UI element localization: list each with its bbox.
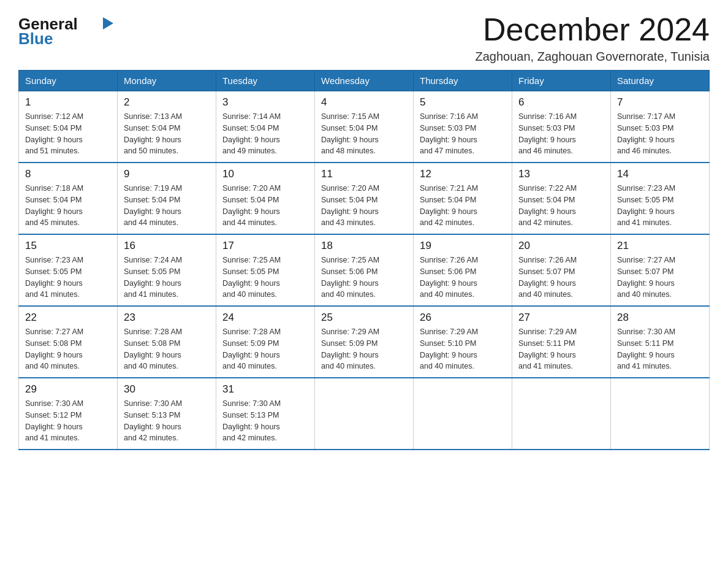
- day-info: Sunrise: 7:28 AM Sunset: 5:09 PM Dayligh…: [222, 326, 308, 372]
- calendar-cell: 8 Sunrise: 7:18 AM Sunset: 5:04 PM Dayli…: [19, 163, 118, 234]
- calendar-cell: 5 Sunrise: 7:16 AM Sunset: 5:03 PM Dayli…: [414, 91, 512, 163]
- day-number: 30: [124, 383, 210, 396]
- calendar-cell: 6 Sunrise: 7:16 AM Sunset: 5:03 PM Dayli…: [512, 91, 611, 163]
- weekday-sunday: Sunday: [19, 71, 118, 91]
- day-info: Sunrise: 7:13 AM Sunset: 5:04 PM Dayligh…: [124, 111, 210, 157]
- calendar-cell: 20 Sunrise: 7:26 AM Sunset: 5:07 PM Dayl…: [512, 234, 611, 306]
- calendar-cell: 14 Sunrise: 7:23 AM Sunset: 5:05 PM Dayl…: [611, 163, 710, 234]
- calendar-cell: 29 Sunrise: 7:30 AM Sunset: 5:12 PM Dayl…: [19, 378, 118, 450]
- calendar-cell: [611, 378, 710, 450]
- day-info: Sunrise: 7:30 AM Sunset: 5:11 PM Dayligh…: [617, 326, 703, 372]
- month-title: December 2024: [476, 12, 710, 47]
- day-info: Sunrise: 7:26 AM Sunset: 5:07 PM Dayligh…: [518, 255, 604, 301]
- day-info: Sunrise: 7:14 AM Sunset: 5:04 PM Dayligh…: [222, 111, 308, 157]
- day-info: Sunrise: 7:26 AM Sunset: 5:06 PM Dayligh…: [420, 255, 506, 301]
- day-info: Sunrise: 7:16 AM Sunset: 5:03 PM Dayligh…: [420, 111, 506, 157]
- day-info: Sunrise: 7:20 AM Sunset: 5:04 PM Dayligh…: [222, 183, 308, 229]
- calendar-cell: 18 Sunrise: 7:25 AM Sunset: 5:06 PM Dayl…: [315, 234, 414, 306]
- day-number: 27: [518, 312, 604, 324]
- week-row-3: 15 Sunrise: 7:23 AM Sunset: 5:05 PM Dayl…: [19, 234, 710, 306]
- calendar-cell: 10 Sunrise: 7:20 AM Sunset: 5:04 PM Dayl…: [216, 163, 315, 234]
- calendar-cell: 19 Sunrise: 7:26 AM Sunset: 5:06 PM Dayl…: [414, 234, 512, 306]
- calendar-cell: 12 Sunrise: 7:21 AM Sunset: 5:04 PM Dayl…: [414, 163, 512, 234]
- day-info: Sunrise: 7:30 AM Sunset: 5:13 PM Dayligh…: [222, 398, 308, 444]
- svg-marker-1: [103, 17, 113, 29]
- day-info: Sunrise: 7:15 AM Sunset: 5:04 PM Dayligh…: [321, 111, 407, 157]
- calendar-cell: 25 Sunrise: 7:29 AM Sunset: 5:09 PM Dayl…: [315, 306, 414, 378]
- calendar-cell: 2 Sunrise: 7:13 AM Sunset: 5:04 PM Dayli…: [118, 91, 216, 163]
- day-number: 19: [420, 240, 506, 252]
- calendar-cell: 22 Sunrise: 7:27 AM Sunset: 5:08 PM Dayl…: [19, 306, 118, 378]
- weekday-wednesday: Wednesday: [315, 71, 414, 91]
- day-number: 4: [321, 96, 407, 109]
- calendar-cell: 11 Sunrise: 7:20 AM Sunset: 5:04 PM Dayl…: [315, 163, 414, 234]
- day-info: Sunrise: 7:27 AM Sunset: 5:07 PM Dayligh…: [617, 255, 703, 301]
- weekday-thursday: Thursday: [414, 71, 512, 91]
- svg-text:Blue: Blue: [18, 29, 53, 48]
- day-number: 15: [25, 240, 111, 252]
- day-number: 29: [25, 383, 111, 396]
- weekday-friday: Friday: [512, 71, 611, 91]
- day-number: 21: [617, 240, 703, 252]
- calendar-cell: [315, 378, 414, 450]
- title-section: December 2024 Zaghouan, Zaghouan Governo…: [476, 12, 710, 64]
- day-info: Sunrise: 7:25 AM Sunset: 5:05 PM Dayligh…: [222, 255, 308, 301]
- calendar-cell: 15 Sunrise: 7:23 AM Sunset: 5:05 PM Dayl…: [19, 234, 118, 306]
- calendar-cell: 4 Sunrise: 7:15 AM Sunset: 5:04 PM Dayli…: [315, 91, 414, 163]
- weekday-header-row: SundayMondayTuesdayWednesdayThursdayFrid…: [19, 71, 710, 91]
- day-number: 18: [321, 240, 407, 252]
- day-number: 14: [617, 168, 703, 180]
- day-number: 24: [222, 312, 308, 324]
- day-number: 5: [420, 96, 506, 109]
- week-row-4: 22 Sunrise: 7:27 AM Sunset: 5:08 PM Dayl…: [19, 306, 710, 378]
- calendar-cell: [414, 378, 512, 450]
- day-info: Sunrise: 7:23 AM Sunset: 5:05 PM Dayligh…: [25, 255, 111, 301]
- day-info: Sunrise: 7:30 AM Sunset: 5:13 PM Dayligh…: [124, 398, 210, 444]
- day-number: 1: [25, 96, 111, 109]
- location-subtitle: Zaghouan, Zaghouan Governorate, Tunisia: [476, 50, 710, 64]
- week-row-5: 29 Sunrise: 7:30 AM Sunset: 5:12 PM Dayl…: [19, 378, 710, 450]
- calendar-cell: 28 Sunrise: 7:30 AM Sunset: 5:11 PM Dayl…: [611, 306, 710, 378]
- day-number: 22: [25, 312, 111, 324]
- day-info: Sunrise: 7:24 AM Sunset: 5:05 PM Dayligh…: [124, 255, 210, 301]
- day-number: 16: [124, 240, 210, 252]
- calendar-cell: 16 Sunrise: 7:24 AM Sunset: 5:05 PM Dayl…: [118, 234, 216, 306]
- day-number: 3: [222, 96, 308, 109]
- calendar-cell: 7 Sunrise: 7:17 AM Sunset: 5:03 PM Dayli…: [611, 91, 710, 163]
- day-info: Sunrise: 7:29 AM Sunset: 5:09 PM Dayligh…: [321, 326, 407, 372]
- calendar-cell: 17 Sunrise: 7:25 AM Sunset: 5:05 PM Dayl…: [216, 234, 315, 306]
- day-info: Sunrise: 7:16 AM Sunset: 5:03 PM Dayligh…: [518, 111, 604, 157]
- day-info: Sunrise: 7:29 AM Sunset: 5:11 PM Dayligh…: [518, 326, 604, 372]
- calendar-cell: 27 Sunrise: 7:29 AM Sunset: 5:11 PM Dayl…: [512, 306, 611, 378]
- day-info: Sunrise: 7:20 AM Sunset: 5:04 PM Dayligh…: [321, 183, 407, 229]
- day-number: 8: [25, 168, 111, 180]
- day-info: Sunrise: 7:12 AM Sunset: 5:04 PM Dayligh…: [25, 111, 111, 157]
- day-number: 23: [124, 312, 210, 324]
- week-row-1: 1 Sunrise: 7:12 AM Sunset: 5:04 PM Dayli…: [19, 91, 710, 163]
- weekday-monday: Monday: [118, 71, 216, 91]
- logo[interactable]: General Blue: [18, 12, 116, 49]
- calendar-cell: 3 Sunrise: 7:14 AM Sunset: 5:04 PM Dayli…: [216, 91, 315, 163]
- day-number: 13: [518, 168, 604, 180]
- calendar-table: SundayMondayTuesdayWednesdayThursdayFrid…: [18, 70, 710, 450]
- day-number: 11: [321, 168, 407, 180]
- day-info: Sunrise: 7:30 AM Sunset: 5:12 PM Dayligh…: [25, 398, 111, 444]
- calendar-cell: 13 Sunrise: 7:22 AM Sunset: 5:04 PM Dayl…: [512, 163, 611, 234]
- calendar-cell: [512, 378, 611, 450]
- day-info: Sunrise: 7:29 AM Sunset: 5:10 PM Dayligh…: [420, 326, 506, 372]
- day-info: Sunrise: 7:17 AM Sunset: 5:03 PM Dayligh…: [617, 111, 703, 157]
- day-info: Sunrise: 7:27 AM Sunset: 5:08 PM Dayligh…: [25, 326, 111, 372]
- day-number: 25: [321, 312, 407, 324]
- day-number: 7: [617, 96, 703, 109]
- calendar-cell: 24 Sunrise: 7:28 AM Sunset: 5:09 PM Dayl…: [216, 306, 315, 378]
- day-info: Sunrise: 7:23 AM Sunset: 5:05 PM Dayligh…: [617, 183, 703, 229]
- calendar-cell: 30 Sunrise: 7:30 AM Sunset: 5:13 PM Dayl…: [118, 378, 216, 450]
- day-info: Sunrise: 7:28 AM Sunset: 5:08 PM Dayligh…: [124, 326, 210, 372]
- weekday-tuesday: Tuesday: [216, 71, 315, 91]
- week-row-2: 8 Sunrise: 7:18 AM Sunset: 5:04 PM Dayli…: [19, 163, 710, 234]
- calendar-cell: 23 Sunrise: 7:28 AM Sunset: 5:08 PM Dayl…: [118, 306, 216, 378]
- day-number: 20: [518, 240, 604, 252]
- day-number: 26: [420, 312, 506, 324]
- calendar-cell: 1 Sunrise: 7:12 AM Sunset: 5:04 PM Dayli…: [19, 91, 118, 163]
- day-number: 6: [518, 96, 604, 109]
